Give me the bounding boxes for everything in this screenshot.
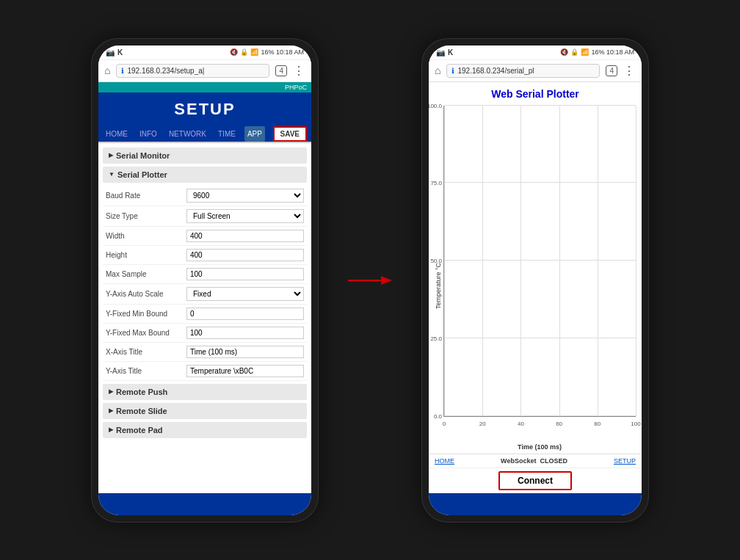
serial-plotter-header[interactable]: ▼ Serial Plotter <box>103 167 307 183</box>
grid-v-80 <box>598 106 598 416</box>
chart-container: 100.0 75.0 50.0 25.0 0.0 0 20 40 60 80 <box>443 106 636 417</box>
save-button[interactable]: SAVE <box>273 126 308 142</box>
info-icon-r: ℹ <box>451 67 454 75</box>
nav-time[interactable]: TIME <box>215 126 239 142</box>
field-y-title: Y-Axis Title <box>103 362 307 381</box>
y-axis-label: Temperature °C <box>435 106 442 451</box>
menu-dots-right[interactable]: ⋮ <box>623 64 636 78</box>
label-baud-rate: Baud Rate <box>106 192 186 200</box>
home-nav-icon[interactable]: ⌂ <box>104 65 110 76</box>
scene: 📷 K 🔇 🔒 📶 16% 10:18 AM ⌂ ℹ 192.168.0.234… <box>91 38 649 523</box>
tab-count-right[interactable]: 4 <box>606 65 617 76</box>
grid-h-75 <box>444 182 636 183</box>
tab-count-left[interactable]: 4 <box>275 65 287 76</box>
k-icon-r: K <box>448 48 453 57</box>
input-x-title[interactable] <box>186 346 304 358</box>
grid-v-0 <box>444 106 445 416</box>
remote-slide-header[interactable]: ▶ Remote Slide <box>103 403 307 419</box>
grid-h-25 <box>444 338 636 338</box>
k-icon: K <box>117 48 123 57</box>
status-right-right: 🔇 🔒 📶 16% 10:18 AM <box>560 48 634 56</box>
field-y-min: Y-Fixed Min Bound <box>103 305 307 324</box>
input-height[interactable] <box>186 249 304 261</box>
grid-v-100 <box>636 106 636 416</box>
remote-push-label: Remote Push <box>116 388 167 396</box>
url-box-left[interactable]: ℹ 192.168.0.234/setup_a| <box>116 64 269 78</box>
label-y-max: Y-Fixed Max Bound <box>106 329 186 337</box>
serial-monitor-label: Serial Monitor <box>116 151 170 160</box>
nav-network[interactable]: NETWORK <box>166 126 209 142</box>
home-link[interactable]: HOME <box>435 457 454 465</box>
nav-bar: HOME INFO NETWORK TIME APP SAVE <box>98 126 311 143</box>
connect-btn-row: Connect <box>429 468 642 493</box>
input-size-type[interactable]: Full Screen <box>186 209 304 223</box>
triangle-right-slide-icon: ▶ <box>109 407 113 414</box>
nav-home[interactable]: HOME <box>103 126 131 142</box>
input-width[interactable] <box>186 230 304 242</box>
input-y-min[interactable] <box>186 308 304 320</box>
grid-v-20 <box>482 106 483 416</box>
field-y-auto-scale: Y-Axis Auto Scale Fixed <box>103 284 307 305</box>
y-tick-25: 25.0 <box>430 335 444 341</box>
field-x-title: X-Axis Title <box>103 343 307 362</box>
phone-bottom-left <box>98 493 311 515</box>
plotter-bottom: HOME WebSocket CLOSED SETUP <box>429 454 642 468</box>
plotter-title: Web Serial Plotter <box>429 82 642 103</box>
phone-right: 📷 K 🔇 🔒 📶 16% 10:18 AM ⌂ ℹ 192.168.0.234… <box>421 38 649 523</box>
label-y-min: Y-Fixed Min Bound <box>106 310 186 318</box>
nav-app[interactable]: APP <box>244 126 265 142</box>
setup-link[interactable]: SETUP <box>614 457 636 465</box>
field-y-max: Y-Fixed Max Bound <box>103 324 307 343</box>
status-bar-right: 📷 K 🔇 🔒 📶 16% 10:18 AM <box>429 46 642 60</box>
triangle-right-pad-icon: ▶ <box>109 426 113 433</box>
camera-icon: 📷 <box>106 48 115 57</box>
remote-pad-header[interactable]: ▶ Remote Pad <box>103 422 307 438</box>
phone-bottom-right <box>429 493 642 515</box>
nav-info[interactable]: INFO <box>137 126 160 142</box>
websocket-label: WebSocket <box>501 457 536 465</box>
input-y-title[interactable] <box>186 365 304 377</box>
signal-text-r: 16% 10:18 AM <box>591 48 634 56</box>
remote-pad-label: Remote Pad <box>116 426 163 434</box>
grid-h-100 <box>444 105 636 106</box>
label-height: Height <box>106 251 186 259</box>
remote-push-header[interactable]: ▶ Remote Push <box>103 384 307 400</box>
field-baud-rate: Baud Rate 9600 <box>103 186 307 206</box>
x-tick-60: 60 <box>556 421 562 427</box>
y-tick-75: 75.0 <box>430 180 444 186</box>
field-size-type: Size Type Full Screen <box>103 206 307 227</box>
y-tick-100: 100.0 <box>429 103 444 109</box>
x-tick-0: 0 <box>443 421 446 427</box>
label-max-sample: Max Sample <box>106 270 186 278</box>
remote-slide-label: Remote Slide <box>116 407 167 415</box>
x-tick-20: 20 <box>479 421 486 427</box>
lock-icon-r: 🔒 <box>570 48 578 56</box>
setup-page: PHPoC SETUP HOME INFO NETWORK TIME APP S… <box>98 82 311 493</box>
phone-left: 📷 K 🔇 🔒 📶 16% 10:18 AM ⌂ ℹ 192.168.0.234… <box>91 38 319 523</box>
x-axis-label: Time (100 ms) <box>443 432 636 451</box>
signal-bars: 16% 10:18 AM <box>261 48 304 56</box>
input-y-auto-scale[interactable]: Fixed <box>186 287 304 301</box>
phpoc-bar: PHPoC <box>98 82 311 92</box>
y-tick-0: 0.0 <box>434 412 444 419</box>
input-baud-rate[interactable]: 9600 <box>186 189 304 203</box>
url-text-left: 192.168.0.234/setup_a| <box>127 67 204 75</box>
address-bar-right: ⌂ ℹ 192.168.0.234/serial_pl 4 ⋮ <box>429 60 642 82</box>
x-tick-80: 80 <box>594 421 601 427</box>
input-max-sample[interactable] <box>186 268 304 280</box>
lock-icon: 🔒 <box>240 48 248 56</box>
arrow-container <box>348 272 392 289</box>
serial-monitor-header[interactable]: ▶ Serial Monitor <box>103 148 307 164</box>
home-nav-icon-r[interactable]: ⌂ <box>435 65 440 76</box>
serial-plotter-label: Serial Plotter <box>117 170 167 179</box>
connect-button[interactable]: Connect <box>498 471 572 490</box>
menu-dots-left[interactable]: ⋮ <box>293 64 305 78</box>
info-icon: ℹ <box>121 67 124 75</box>
url-box-right[interactable]: ℹ 192.168.0.234/serial_pl <box>446 64 600 78</box>
setup-title: SETUP <box>98 92 311 126</box>
form-content: ▶ Serial Monitor ▼ Serial Plotter Baud R… <box>98 143 311 493</box>
chart-wrapper: Temperature °C <box>435 106 636 451</box>
input-y-max[interactable] <box>186 327 304 339</box>
triangle-right-icon: ▶ <box>109 152 113 159</box>
status-bar-left: 📷 K 🔇 🔒 📶 16% 10:18 AM <box>98 46 311 60</box>
